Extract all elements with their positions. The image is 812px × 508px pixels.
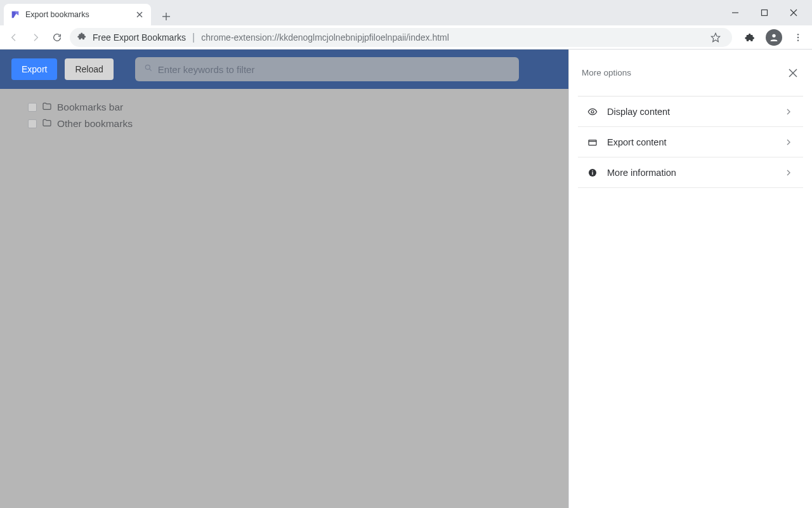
folder-icon	[42, 118, 52, 130]
new-tab-button[interactable]	[157, 8, 175, 25]
svg-marker-8	[711, 33, 719, 41]
sidepanel-title: More options	[582, 68, 631, 77]
chevron-right-icon	[785, 106, 792, 117]
window-maximize-button[interactable]	[750, 3, 779, 23]
svg-point-12	[797, 39, 799, 41]
tab-strip: Export bookmarks	[0, 4, 721, 25]
sidepanel-item-display-content[interactable]: Display content	[578, 97, 803, 127]
nav-reload-button[interactable]	[48, 29, 66, 46]
omnibox-secondary-text: chrome-extension://kkdenoglmcjolnebnipjp…	[201, 32, 449, 43]
omnibox-primary-text: Free Export Bookmarks	[93, 32, 186, 43]
export-icon	[587, 137, 598, 147]
tab-favicon-icon	[10, 10, 20, 20]
window-controls	[721, 0, 812, 25]
sidepanel-item-label: Export content	[607, 137, 776, 147]
svg-line-14	[149, 69, 151, 70]
chevron-right-icon	[785, 137, 792, 148]
sidepanel-item-label: More information	[607, 168, 776, 178]
reload-button[interactable]: Reload	[65, 58, 113, 80]
filter-box[interactable]	[135, 57, 519, 81]
chevron-right-icon	[785, 167, 792, 178]
toolbar-right-icons	[736, 29, 807, 46]
tree-row-label: Other bookmarks	[57, 118, 133, 130]
svg-point-22	[592, 170, 593, 171]
svg-point-17	[591, 110, 594, 113]
folder-icon	[42, 102, 52, 113]
extensions-icon[interactable]	[741, 29, 759, 46]
tree-row[interactable]: Other bookmarks	[28, 116, 540, 132]
export-button[interactable]: Export	[11, 58, 57, 80]
tree-row[interactable]: Bookmarks bar	[28, 99, 540, 116]
sidepanel-header: More options	[569, 50, 812, 96]
svg-point-11	[797, 36, 799, 37]
browser-tab[interactable]: Export bookmarks	[4, 4, 151, 25]
browser-toolbar: Free Export Bookmarks | chrome-extension…	[0, 25, 812, 50]
omnibox-separator: |	[192, 32, 195, 43]
page-header: Export Reload	[0, 50, 568, 89]
tab-title: Export bookmarks	[25, 10, 134, 19]
svg-point-10	[797, 34, 799, 35]
checkbox[interactable]	[28, 103, 37, 112]
bookmark-star-icon[interactable]	[707, 29, 724, 46]
checkbox[interactable]	[28, 119, 37, 128]
nav-forward-button[interactable]	[27, 29, 44, 46]
bookmark-tree: Bookmarks bar Other bookmarks	[0, 89, 568, 508]
svg-rect-21	[592, 171, 593, 175]
browser-titlebar: Export bookmarks	[0, 0, 812, 25]
page-content: Export Reload Bookmarks bar	[0, 50, 568, 508]
sidepanel-item-label: Display content	[607, 107, 776, 117]
window-minimize-button[interactable]	[721, 3, 750, 23]
filter-input[interactable]	[158, 64, 510, 75]
more-options-panel: More options Display content Export cont…	[568, 50, 812, 508]
sidepanel-close-icon[interactable]	[785, 65, 801, 81]
tab-close-icon[interactable]	[134, 10, 145, 20]
info-icon	[587, 168, 598, 178]
tree-row-label: Bookmarks bar	[57, 102, 123, 113]
svg-point-13	[145, 65, 150, 69]
sidepanel-item-export-content[interactable]: Export content	[578, 127, 803, 157]
svg-point-9	[772, 34, 775, 37]
search-icon	[144, 64, 153, 75]
window-close-button[interactable]	[779, 3, 808, 23]
profile-avatar[interactable]	[765, 29, 783, 46]
svg-rect-18	[589, 140, 596, 145]
eye-icon	[587, 107, 598, 117]
svg-rect-5	[762, 10, 768, 16]
viewport: Export Reload Bookmarks bar	[0, 50, 812, 508]
browser-menu-icon[interactable]	[789, 29, 807, 46]
extension-icon	[77, 32, 86, 43]
nav-back-button[interactable]	[5, 29, 23, 46]
omnibox[interactable]: Free Export Bookmarks | chrome-extension…	[70, 28, 732, 47]
sidepanel-item-more-information[interactable]: More information	[578, 157, 803, 188]
